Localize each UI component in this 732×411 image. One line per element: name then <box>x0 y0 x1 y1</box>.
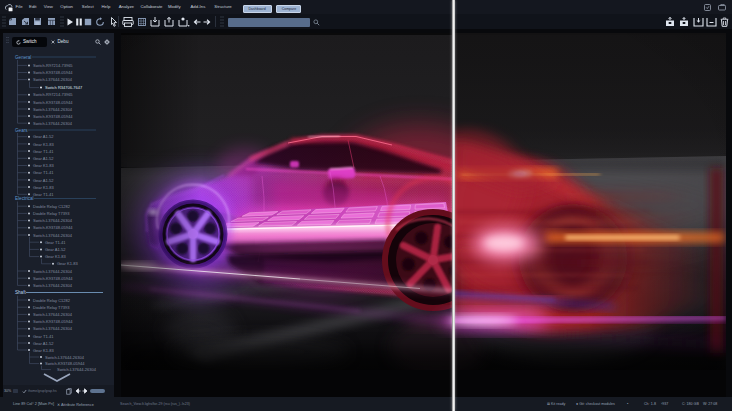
svg-text:Switch-L37644-26304: Switch-L37644-26304 <box>33 269 73 274</box>
svg-text:Switch-K93748-05944: Switch-K93748-05944 <box>33 319 73 324</box>
svg-text:Switch-K93748-05944: Switch-K93748-05944 <box>45 361 85 366</box>
svg-text:Switch-K93748-05944: Switch-K93748-05944 <box>33 276 73 281</box>
svg-text:Switch-R97214-73965: Switch-R97214-73965 <box>33 92 73 97</box>
svg-text:Gear A1-52: Gear A1-52 <box>33 178 54 183</box>
svg-text:Gear T1-41: Gear T1-41 <box>33 192 54 197</box>
svg-text:Switch-K93748-05944: Switch-K93748-05944 <box>33 70 73 75</box>
svg-text:Switch-K93748-05944: Switch-K93748-05944 <box>33 114 73 119</box>
svg-text:Double Relay C1282: Double Relay C1282 <box>33 298 71 303</box>
svg-text:Switch-L37644-26304: Switch-L37644-26304 <box>45 355 85 360</box>
svg-text:Switch-L37644-26304: Switch-L37644-26304 <box>33 218 73 223</box>
svg-text:Switch-L37644-26304: Switch-L37644-26304 <box>33 107 73 112</box>
svg-text:Double Relay T7393: Double Relay T7393 <box>33 305 70 310</box>
svg-text:Electrical: Electrical <box>15 196 34 201</box>
svg-text:Gears: Gears <box>15 128 28 133</box>
svg-text:Switch-L37644-26304: Switch-L37644-26304 <box>33 283 73 288</box>
svg-text:Switch-R97214-73965: Switch-R97214-73965 <box>33 63 73 68</box>
svg-text:Switch-L37644-26304: Switch-L37644-26304 <box>33 326 73 331</box>
svg-text:Gear K1-83: Gear K1-83 <box>57 261 78 266</box>
svg-text:Gear A1-52: Gear A1-52 <box>33 156 54 161</box>
svg-text:Switch-L37644-26304: Switch-L37644-26304 <box>33 312 73 317</box>
svg-text:Switch-L37644-26304: Switch-L37644-26304 <box>33 121 73 126</box>
svg-text:Gear T1-41: Gear T1-41 <box>33 149 54 154</box>
svg-text:Switch R34706-7647: Switch R34706-7647 <box>45 85 83 90</box>
svg-text:Switch-L37644-26304: Switch-L37644-26304 <box>33 77 73 82</box>
svg-text:Switch-L37644-26304: Switch-L37644-26304 <box>57 367 97 372</box>
svg-text:Gear T1-41: Gear T1-41 <box>33 170 54 175</box>
svg-text:Gear K1-83: Gear K1-83 <box>33 348 54 353</box>
svg-text:Gear K1-83: Gear K1-83 <box>33 142 54 147</box>
svg-text:Gear K1-83: Gear K1-83 <box>45 254 66 259</box>
svg-text:Gear A1-52: Gear A1-52 <box>45 247 66 252</box>
svg-text:Double Relay T7393: Double Relay T7393 <box>33 211 70 216</box>
svg-text:Switch-K93748-05944: Switch-K93748-05944 <box>33 225 73 230</box>
svg-text:Shaft: Shaft <box>15 290 26 295</box>
svg-text:General: General <box>15 55 31 60</box>
svg-text:Gear K1-83: Gear K1-83 <box>33 185 54 190</box>
svg-text:Double Relay C1282: Double Relay C1282 <box>33 204 71 209</box>
svg-text:Switch-K93748-05944: Switch-K93748-05944 <box>33 100 73 105</box>
svg-text:Gear K1-83: Gear K1-83 <box>33 163 54 168</box>
svg-text:Gear T1-41: Gear T1-41 <box>33 334 54 339</box>
svg-text:Gear T1-41: Gear T1-41 <box>45 240 66 245</box>
svg-text:Gear A1-52: Gear A1-52 <box>33 341 54 346</box>
svg-text:Switch-L37644-26304: Switch-L37644-26304 <box>33 233 73 238</box>
svg-text:Gear A1-52: Gear A1-52 <box>33 134 54 139</box>
